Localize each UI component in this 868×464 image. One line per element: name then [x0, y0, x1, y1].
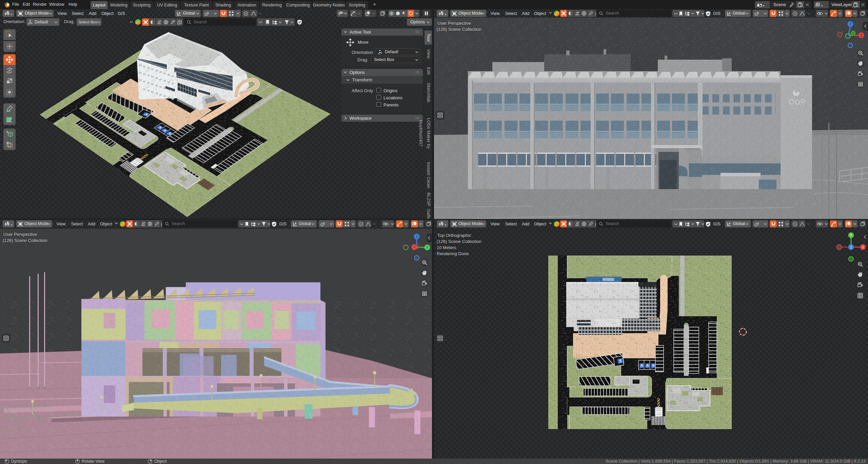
svg-text:Y: Y — [852, 32, 854, 35]
svg-text:Z: Z — [850, 245, 852, 249]
svg-text:X: X — [860, 34, 863, 37]
svg-text:X: X — [862, 245, 864, 249]
svg-text:X: X — [413, 245, 416, 249]
svg-text:Z: Z — [849, 22, 851, 26]
svg-text:Z: Z — [416, 235, 418, 239]
svg-text:Y: Y — [850, 234, 852, 237]
svg-text:Y: Y — [426, 246, 429, 249]
